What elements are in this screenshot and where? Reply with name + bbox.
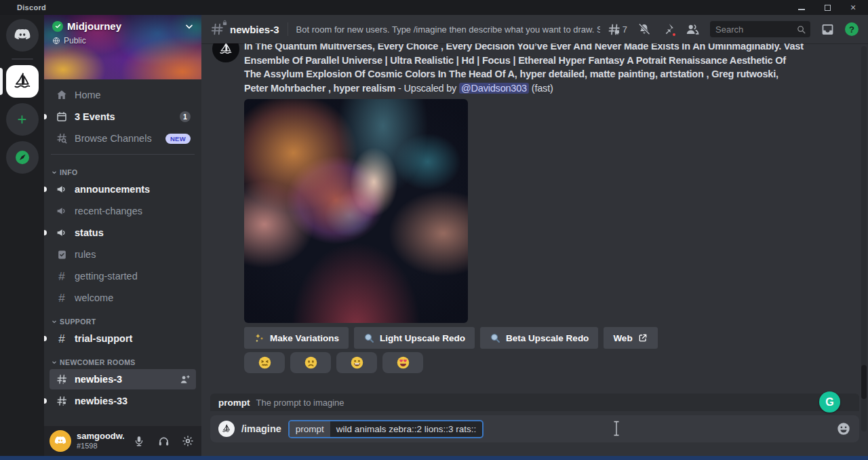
sidebar-item-events[interactable]: 3 Events 1 <box>50 107 196 127</box>
reaction-heart-eyes-face[interactable] <box>382 352 423 373</box>
plus-icon: + <box>17 110 26 129</box>
add-server-button[interactable]: + <box>6 103 39 136</box>
invite-member-icon[interactable] <box>179 374 191 385</box>
message-text: In The Quantum Multiverses, Every Choice… <box>244 43 804 95</box>
reaction-grinning-face[interactable] <box>336 352 377 373</box>
unread-pill <box>44 336 47 341</box>
megaphone-icon <box>55 204 68 218</box>
pinned-messages-button[interactable] <box>661 22 675 36</box>
text-cursor <box>612 421 620 436</box>
channel-newbies-33[interactable]: newbies-33 <box>50 391 196 411</box>
channel-rules[interactable]: rules <box>50 244 196 265</box>
header-divider <box>288 22 288 36</box>
channel-topic[interactable]: Bot room for new users. Type /imagine th… <box>296 24 600 35</box>
deafen-button[interactable] <box>154 432 173 451</box>
channel-sidebar: Midjourney Public <box>44 15 201 456</box>
channel-trial-support[interactable]: # trial-support <box>50 328 196 349</box>
megaphone-icon <box>55 183 68 196</box>
rules-icon <box>55 248 68 261</box>
threads-count: 7 <box>623 24 627 35</box>
channel-welcome[interactable]: # welcome <box>50 288 196 308</box>
light-upscale-redo-button[interactable]: Light Upscale Redo <box>354 327 475 349</box>
channel-header: newbies-3 Bot room for new users. Type /… <box>201 15 868 43</box>
minimize-button[interactable] <box>797 3 806 12</box>
close-button[interactable]: × <box>849 3 857 12</box>
discord-logo-icon <box>13 26 32 45</box>
emoji-picker-button[interactable] <box>836 421 851 436</box>
beta-upscale-redo-button[interactable]: Beta Upscale Redo <box>480 327 598 349</box>
command-option-pill[interactable]: prompt wild animals zebra::2 lions::3 ra… <box>288 420 484 438</box>
section-support[interactable]: SUPPORT <box>50 309 196 328</box>
pin-alert-dot <box>671 32 677 37</box>
make-variations-label: Make Variations <box>270 333 339 343</box>
section-info[interactable]: INFO <box>50 160 196 179</box>
bot-avatar <box>218 421 235 437</box>
sidebar-item-browse-channels[interactable]: Browse Channels NEW <box>50 128 196 149</box>
sailboat-icon <box>218 43 234 57</box>
message-input-bar[interactable]: /imagine prompt wild animals zebra::2 li… <box>210 415 859 442</box>
slash-command-hint[interactable]: prompt The prompt to imagine <box>210 394 859 411</box>
section-newcomer-rooms[interactable]: NEWCOMER ROOMS <box>50 350 196 369</box>
search-input[interactable] <box>715 24 796 35</box>
threads-button[interactable]: 7 <box>607 22 627 37</box>
threads-icon <box>607 22 621 37</box>
user-avatar[interactable] <box>50 430 71 452</box>
sailboat-icon <box>12 71 33 92</box>
user-panel: samgoodw... #1598 <box>44 426 201 456</box>
maximize-button[interactable] <box>823 3 831 12</box>
server-banner[interactable]: Midjourney Public <box>44 15 201 79</box>
window-controls: × <box>797 3 868 12</box>
user-settings-button[interactable] <box>178 432 197 451</box>
hash-icon: # <box>55 332 68 345</box>
channel-label: newbies-3 <box>75 374 122 385</box>
server-rail: + <box>0 15 44 456</box>
calendar-icon <box>55 110 68 123</box>
channel-label: newbies-33 <box>75 396 127 406</box>
channel-newbies-3[interactable]: newbies-3 <box>50 369 196 389</box>
verified-badge-icon <box>52 21 63 32</box>
make-variations-button[interactable]: Make Variations <box>244 327 349 349</box>
globe-icon <box>52 37 60 45</box>
option-value[interactable]: wild animals zebra::2 lions::3 rats:: <box>330 421 482 437</box>
maximize-icon <box>825 5 831 11</box>
bot-message-avatar[interactable] <box>212 43 239 62</box>
help-button[interactable]: ? <box>845 22 859 36</box>
hash-icon: # <box>55 269 68 283</box>
generated-image[interactable] <box>244 99 468 323</box>
member-list-button[interactable] <box>685 22 700 37</box>
user-meta[interactable]: samgoodw... #1598 <box>77 432 124 451</box>
slash-command: /imagine <box>241 423 281 434</box>
reaction-confounded-face[interactable] <box>244 352 285 373</box>
hint-option-name: prompt <box>218 398 250 408</box>
channel-label: status <box>75 227 104 238</box>
magnifier-icon <box>363 332 375 344</box>
reaction-worried-face[interactable] <box>290 352 331 373</box>
midjourney-server-button[interactable] <box>6 65 39 98</box>
sidebar-item-home[interactable]: Home <box>50 85 196 105</box>
scrollbar-thumb[interactable] <box>861 365 867 399</box>
channel-status[interactable]: status <box>50 223 196 243</box>
chevron-down-icon[interactable] <box>184 21 195 32</box>
channel-recent-changes[interactable]: recent-changes <box>50 201 196 221</box>
channel-label: trial-support <box>75 333 132 344</box>
hash-chat-icon <box>55 394 68 408</box>
channel-announcements[interactable]: announcements <box>50 179 196 199</box>
user-mention[interactable]: @Davidson303 <box>459 83 529 94</box>
explore-servers-button[interactable] <box>6 141 39 174</box>
grammarly-badge[interactable]: G <box>819 391 840 413</box>
section-chevron-icon <box>51 318 58 325</box>
mute-mic-button[interactable] <box>130 432 149 451</box>
home-label: Home <box>75 90 101 100</box>
external-link-icon <box>637 332 648 343</box>
home-server-button[interactable] <box>6 19 39 52</box>
notifications-muted-button[interactable] <box>637 22 651 36</box>
unread-pill <box>44 187 47 192</box>
heart-eyes-face-icon <box>396 356 410 370</box>
compass-icon <box>14 149 31 166</box>
search-box[interactable] <box>710 21 810 37</box>
inbox-button[interactable] <box>821 22 835 37</box>
lock-badge-icon <box>222 20 228 26</box>
web-button[interactable]: Web <box>604 327 657 349</box>
channel-getting-started[interactable]: # getting-started <box>50 266 196 286</box>
discord-window: Discord × <box>0 0 868 460</box>
